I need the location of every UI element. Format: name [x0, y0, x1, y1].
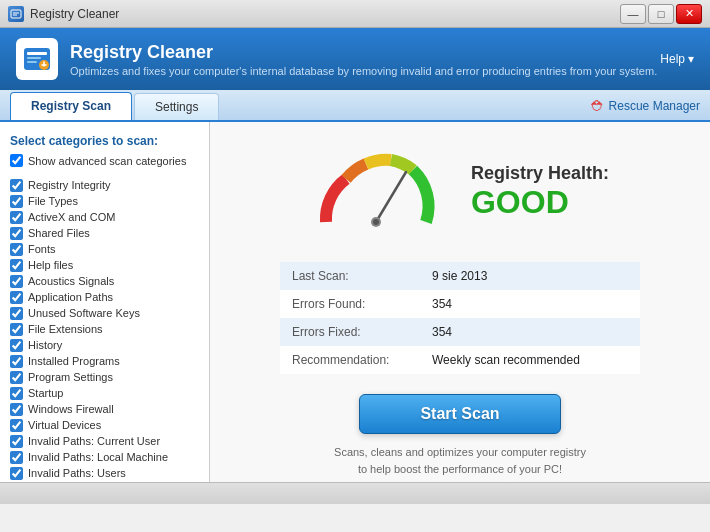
info-table-row: Errors Fixed:354	[280, 318, 640, 346]
category-checkbox[interactable]	[10, 227, 23, 240]
right-panel: Registry Health: GOOD Last Scan:9 sie 20…	[210, 122, 710, 482]
category-checkbox[interactable]	[10, 291, 23, 304]
category-item[interactable]: Startup	[10, 385, 199, 401]
category-checkbox[interactable]	[10, 211, 23, 224]
category-checkbox[interactable]	[10, 371, 23, 384]
svg-line-8	[376, 172, 406, 222]
category-item[interactable]: Shared Files	[10, 225, 199, 241]
maximize-button[interactable]: □	[648, 4, 674, 24]
status-bar	[0, 482, 710, 504]
category-item[interactable]: Invalid Paths: Users	[10, 465, 199, 481]
category-checkbox[interactable]	[10, 467, 23, 480]
category-item[interactable]: Invalid Paths: Local Machine	[10, 449, 199, 465]
category-label: File Types	[28, 195, 78, 207]
category-item[interactable]: Windows Firewall	[10, 401, 199, 417]
category-label: History	[28, 339, 62, 351]
category-checkbox[interactable]	[10, 275, 23, 288]
category-item[interactable]: File Types	[10, 193, 199, 209]
health-text: Registry Health: GOOD	[471, 163, 609, 221]
categories-list: Registry IntegrityFile TypesActiveX and …	[10, 177, 199, 481]
category-checkbox[interactable]	[10, 355, 23, 368]
info-table-label: Errors Found:	[280, 290, 420, 318]
gauge-chart	[311, 142, 441, 242]
app-header: Registry Cleaner Optimizes and fixes you…	[0, 28, 710, 90]
category-label: Startup	[28, 387, 63, 399]
header-app-icon	[16, 38, 58, 80]
minimize-button[interactable]: —	[620, 4, 646, 24]
info-table-label: Last Scan:	[280, 262, 420, 290]
sidebar-title: Select categories to scan:	[10, 134, 199, 148]
category-item[interactable]: File Extensions	[10, 321, 199, 337]
category-label: Invalid Paths: Users	[28, 467, 126, 479]
svg-point-10	[373, 219, 379, 225]
show-advanced-checkbox-label[interactable]: Show advanced scan categories	[10, 154, 199, 167]
category-item[interactable]: Fonts	[10, 241, 199, 257]
help-button[interactable]: Help ▾	[660, 52, 694, 66]
info-table-label: Errors Fixed:	[280, 318, 420, 346]
category-label: Application Paths	[28, 291, 113, 303]
category-label: Unused Software Keys	[28, 307, 140, 319]
category-label: Fonts	[28, 243, 56, 255]
category-checkbox[interactable]	[10, 451, 23, 464]
category-checkbox[interactable]	[10, 339, 23, 352]
category-item[interactable]: Help files	[10, 257, 199, 273]
app-icon	[8, 6, 24, 22]
category-label: Invalid Paths: Local Machine	[28, 451, 168, 463]
category-checkbox[interactable]	[10, 307, 23, 320]
category-checkbox[interactable]	[10, 259, 23, 272]
category-label: Virtual Devices	[28, 419, 101, 431]
category-item[interactable]: History	[10, 337, 199, 353]
info-table: Last Scan:9 sie 2013Errors Found:354Erro…	[280, 262, 640, 374]
health-value: GOOD	[471, 184, 609, 221]
category-checkbox[interactable]	[10, 323, 23, 336]
category-item[interactable]: Registry Integrity	[10, 177, 199, 193]
category-item[interactable]: Invalid Paths: Current User	[10, 433, 199, 449]
svg-rect-0	[11, 10, 21, 18]
tab-registry-scan[interactable]: Registry Scan	[10, 92, 132, 120]
category-label: Installed Programs	[28, 355, 120, 367]
close-button[interactable]: ✕	[676, 4, 702, 24]
chevron-down-icon: ▾	[688, 52, 694, 66]
scan-note: Scans, cleans and optimizes your compute…	[334, 444, 586, 477]
category-label: Windows Firewall	[28, 403, 114, 415]
tab-settings[interactable]: Settings	[134, 93, 219, 120]
health-label: Registry Health:	[471, 163, 609, 184]
category-label: Program Settings	[28, 371, 113, 383]
title-bar: Registry Cleaner — □ ✕	[0, 0, 710, 28]
info-table-row: Last Scan:9 sie 2013	[280, 262, 640, 290]
category-checkbox[interactable]	[10, 419, 23, 432]
info-table-value: Weekly scan recommended	[420, 346, 640, 374]
rescue-manager-button[interactable]: ⛑ Rescue Manager	[591, 98, 700, 120]
category-item[interactable]: Application Paths	[10, 289, 199, 305]
info-table-row: Errors Found:354	[280, 290, 640, 318]
category-item[interactable]: Program Settings	[10, 369, 199, 385]
category-checkbox[interactable]	[10, 387, 23, 400]
svg-rect-5	[27, 57, 41, 59]
window-title: Registry Cleaner	[30, 7, 119, 21]
rescue-icon: ⛑	[591, 98, 605, 114]
info-table-value: 354	[420, 290, 640, 318]
info-table-label: Recommendation:	[280, 346, 420, 374]
info-table-row: Recommendation:Weekly scan recommended	[280, 346, 640, 374]
category-label: Invalid Paths: Current User	[28, 435, 160, 447]
category-item[interactable]: Installed Programs	[10, 353, 199, 369]
tab-bar: Registry Scan Settings ⛑ Rescue Manager	[0, 90, 710, 122]
category-item[interactable]: ActiveX and COM	[10, 209, 199, 225]
main-content: Select categories to scan: Show advanced…	[0, 122, 710, 482]
category-checkbox[interactable]	[10, 179, 23, 192]
category-label: ActiveX and COM	[28, 211, 115, 223]
show-advanced-checkbox[interactable]	[10, 154, 23, 167]
category-checkbox[interactable]	[10, 195, 23, 208]
category-checkbox[interactable]	[10, 435, 23, 448]
start-scan-button[interactable]: Start Scan	[359, 394, 560, 434]
category-checkbox[interactable]	[10, 243, 23, 256]
gauge-health-area: Registry Health: GOOD	[240, 142, 680, 242]
category-label: File Extensions	[28, 323, 103, 335]
info-table-value: 9 sie 2013	[420, 262, 640, 290]
category-checkbox[interactable]	[10, 403, 23, 416]
category-item[interactable]: Acoustics Signals	[10, 273, 199, 289]
category-label: Registry Integrity	[28, 179, 111, 191]
category-item[interactable]: Virtual Devices	[10, 417, 199, 433]
category-item[interactable]: Unused Software Keys	[10, 305, 199, 321]
info-table-value: 354	[420, 318, 640, 346]
